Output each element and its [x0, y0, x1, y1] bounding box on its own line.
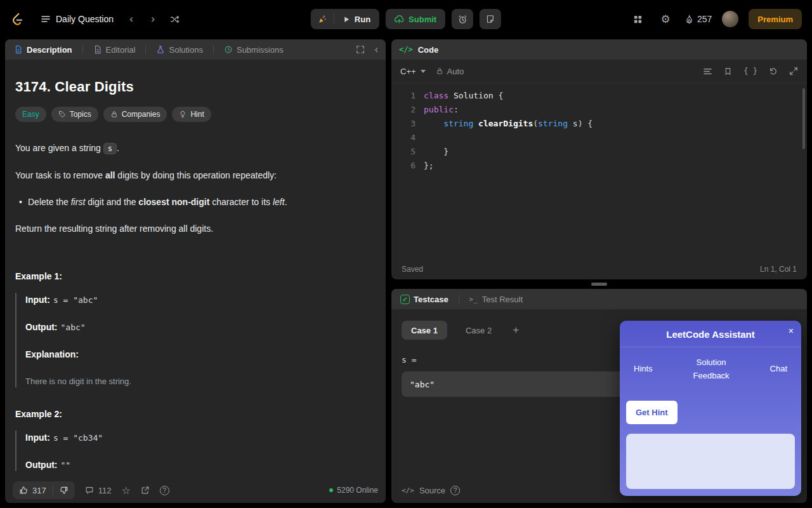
code-toolbar: C++ Auto { }: [391, 60, 807, 83]
daily-question-label: Daily Question: [56, 14, 114, 24]
case-2-button[interactable]: Case 2: [456, 321, 501, 340]
editorial-icon: [93, 45, 102, 54]
assistant-tab-chat[interactable]: Chat: [770, 363, 787, 376]
companies-label: Companies: [122, 110, 160, 119]
daily-question-button[interactable]: Daily Question: [36, 10, 119, 28]
tab-submissions[interactable]: Submissions: [223, 45, 285, 55]
line-number: 3: [391, 117, 416, 131]
apps-grid-button[interactable]: [629, 10, 646, 28]
online-label: 5290 Online: [337, 486, 378, 495]
assistant-tab-solution-feedback[interactable]: Solution Feedback: [686, 356, 737, 383]
add-case-button[interactable]: +: [510, 324, 521, 337]
editor-scrollbar[interactable]: [802, 88, 805, 149]
premium-button[interactable]: Premium: [749, 9, 802, 29]
code-panel-title: Code: [418, 45, 439, 55]
editor-code: class Solution {public: string clearDigi…: [424, 89, 593, 256]
tab-testcase[interactable]: ✓ Testcase: [399, 295, 450, 304]
vote-pill: 317: [13, 481, 75, 499]
case-1-button[interactable]: Case 1: [402, 321, 447, 340]
tab-solutions[interactable]: Solutions: [155, 45, 204, 55]
source-label[interactable]: Source: [419, 486, 445, 495]
next-question-button[interactable]: ›: [144, 10, 162, 28]
leetcode-logo[interactable]: [10, 11, 25, 27]
timer-button[interactable]: [452, 9, 473, 29]
topics-label: Topics: [70, 110, 91, 119]
gear-icon: ⚙: [660, 13, 670, 26]
companies-badge[interactable]: Companies: [103, 107, 167, 122]
tab-solutions-label: Solutions: [169, 45, 202, 55]
comments-button[interactable]: 112: [85, 486, 112, 495]
get-hint-button[interactable]: Get Hint: [626, 401, 678, 424]
lock-icon: [436, 67, 443, 75]
shuffle-icon: [170, 15, 180, 24]
divider: [145, 45, 146, 54]
language-selector[interactable]: C++: [400, 67, 426, 76]
code-line: string clearDigits(string s) {: [424, 117, 593, 131]
tab-description[interactable]: Description: [13, 45, 74, 55]
comment-count: 112: [98, 486, 112, 495]
collapse-panel-icon[interactable]: ‹: [375, 44, 378, 55]
description-footer: 317 112 ☆ ?: [5, 478, 386, 503]
code-icon: </>: [399, 45, 413, 54]
fullscreen-icon[interactable]: [356, 45, 365, 54]
dislike-button[interactable]: [53, 481, 75, 499]
example-row: Input:s = "cb34": [25, 432, 376, 444]
lightbulb-icon: [179, 110, 187, 118]
description-panel: Description Editorial Solutions: [5, 39, 386, 503]
tag-icon: [58, 110, 66, 118]
auto-toggle[interactable]: Auto: [436, 67, 464, 76]
avatar[interactable]: [722, 11, 738, 27]
example-label: Example 1:: [15, 271, 376, 281]
share-icon[interactable]: [141, 486, 150, 495]
notes-button[interactable]: [480, 9, 501, 29]
hint-badge[interactable]: Hint: [172, 107, 211, 122]
cloud-upload-icon: [395, 15, 404, 24]
favorite-star-icon[interactable]: ☆: [121, 485, 130, 497]
example-row: Explanation:: [25, 349, 376, 361]
code-editor[interactable]: 123456 class Solution {public: string cl…: [391, 83, 807, 256]
chevron-left-icon: ‹: [129, 13, 133, 25]
reset-icon[interactable]: [769, 67, 778, 76]
streak-counter[interactable]: 257: [684, 14, 712, 24]
cursor-position: Ln 1, Col 1: [760, 265, 797, 274]
party-popper-icon: [317, 15, 327, 24]
tab-submissions-label: Submissions: [237, 45, 284, 55]
divider: [82, 45, 83, 54]
problem-description: 3174. Clear Digits Easy Topics Companies: [5, 60, 386, 471]
star-icon: ☆: [121, 485, 130, 497]
like-button[interactable]: 317: [13, 481, 53, 499]
badges-row: Easy Topics Companies: [15, 107, 376, 122]
party-popper-button[interactable]: [311, 9, 334, 29]
prev-question-button[interactable]: ‹: [122, 10, 140, 28]
code-line: }: [424, 145, 593, 159]
difficulty-badge[interactable]: Easy: [15, 107, 46, 122]
assistant-tab-hints[interactable]: Hints: [634, 363, 653, 376]
example-row: There is no digit in the string.: [25, 376, 376, 387]
chevron-right-icon: ›: [151, 13, 155, 25]
tab-editorial[interactable]: Editorial: [92, 45, 137, 55]
panel-resize-handle[interactable]: [591, 283, 607, 286]
examples: Example 1:Input:s = "abc"Output:"abc"Exp…: [15, 271, 376, 471]
topics-badge[interactable]: Topics: [51, 107, 98, 122]
play-icon: [343, 16, 350, 23]
random-question-button[interactable]: [166, 10, 183, 28]
run-button[interactable]: Run: [334, 9, 379, 29]
submit-button[interactable]: Submit: [386, 9, 445, 29]
problem-paragraphs: You are given a string s.Your task is to…: [15, 141, 376, 236]
code-panel: </> Code C++ Auto { }: [391, 39, 807, 279]
tab-editorial-label: Editorial: [106, 45, 136, 55]
braces-icon[interactable]: { }: [743, 67, 757, 76]
question-icon: ?: [160, 486, 169, 495]
help-question-icon[interactable]: ?: [450, 486, 460, 495]
close-icon[interactable]: ×: [789, 326, 794, 335]
expand-icon[interactable]: [789, 67, 798, 76]
assistant-content-area: [626, 434, 795, 489]
assistant-tabs: Hints Solution Feedback Chat: [620, 347, 801, 383]
bookmark-icon[interactable]: [724, 67, 732, 76]
tab-test-result[interactable]: >_ Test Result: [468, 295, 524, 304]
format-icon[interactable]: [703, 67, 712, 76]
feedback-question-icon[interactable]: ?: [160, 486, 169, 495]
hint-label: Hint: [190, 110, 204, 119]
settings-button[interactable]: ⚙: [657, 10, 674, 28]
code-line: };: [424, 159, 593, 173]
